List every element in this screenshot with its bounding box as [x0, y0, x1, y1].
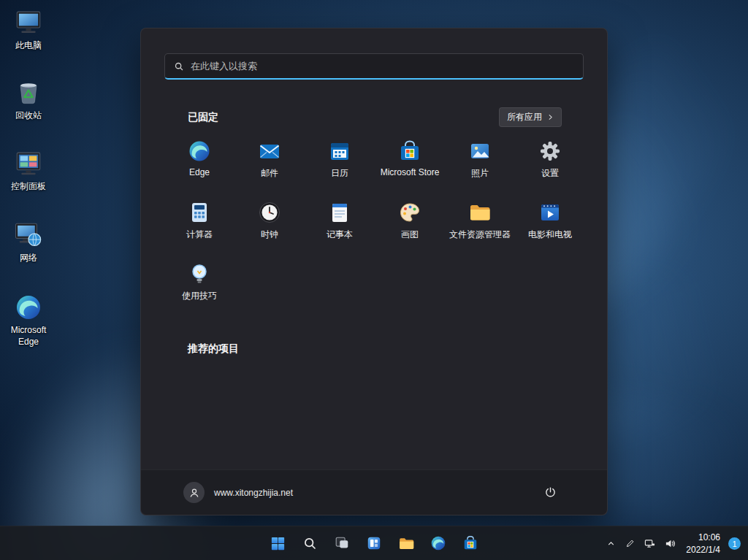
desktop-icon-recycle-bin[interactable]: 回收站	[5, 77, 52, 122]
app-tile-movies-tv[interactable]: 电影和电视	[515, 194, 585, 256]
app-label: 照片	[471, 167, 489, 180]
app-tile-calendar[interactable]: 日历	[305, 133, 375, 194]
taskbar-center-icons	[263, 529, 485, 558]
desktop-icon-label: 回收站	[15, 110, 42, 122]
chevron-right-icon	[547, 114, 554, 120]
calculator-icon	[188, 200, 211, 225]
app-tile-photos[interactable]: 照片	[445, 133, 515, 194]
microsoft-store-icon	[462, 535, 478, 551]
app-label: 使用技巧	[182, 290, 217, 302]
pinned-apps-grid: Edge 邮件 日历 Microsoft Store 照片	[141, 133, 607, 317]
clock[interactable]: 10:06 2022/1/4	[681, 532, 725, 555]
app-label: 记事本	[327, 229, 353, 241]
app-label: 计算器	[186, 229, 213, 241]
app-tile-notepad[interactable]: 记事本	[305, 194, 375, 256]
lightbulb-icon	[188, 261, 211, 286]
control-panel-icon	[13, 148, 44, 179]
microsoft-store-button[interactable]	[456, 529, 485, 558]
app-label: 邮件	[261, 167, 278, 180]
desktop-icon-label: 此电脑	[15, 40, 42, 52]
network-tray-button[interactable]	[640, 529, 660, 559]
app-tile-settings[interactable]: 设置	[515, 133, 585, 194]
app-tile-file-explorer[interactable]: 文件资源管理器	[445, 194, 515, 256]
edge-icon	[188, 139, 211, 164]
power-icon	[544, 486, 557, 499]
ime-pen-button[interactable]	[621, 529, 639, 559]
photos-icon	[468, 139, 492, 164]
this-pc-icon	[13, 7, 44, 38]
start-search-box[interactable]	[164, 53, 584, 80]
clock-date: 2022/1/4	[686, 544, 720, 556]
desktop-icon-this-pc[interactable]: 此电脑	[5, 7, 52, 52]
volume-button[interactable]	[660, 529, 680, 559]
taskbar: 10:06 2022/1/4 1	[0, 526, 748, 560]
tray-overflow-button[interactable]	[602, 529, 620, 559]
notification-badge[interactable]: 1	[728, 537, 741, 550]
pinned-header: 已固定	[188, 111, 218, 124]
start-menu: 已固定 所有应用 Edge 邮件 日历	[140, 28, 608, 515]
search-icon	[302, 536, 318, 551]
folder-icon	[398, 535, 415, 552]
clock-time: 10:06	[686, 532, 720, 543]
network-icon	[13, 220, 44, 250]
system-tray: 10:06 2022/1/4 1	[602, 526, 744, 560]
settings-gear-icon	[538, 139, 562, 164]
mail-icon	[258, 139, 281, 164]
windows-logo-icon	[270, 535, 286, 552]
movies-tv-icon	[538, 200, 562, 225]
edge-icon	[430, 535, 446, 551]
task-view-icon	[334, 535, 350, 551]
paint-palette-icon	[398, 200, 421, 225]
start-button[interactable]	[263, 529, 292, 558]
app-tile-edge[interactable]: Edge	[164, 133, 234, 194]
app-label: 时钟	[261, 229, 278, 241]
desktop-icon-label: 控制面板	[11, 181, 46, 193]
calendar-icon	[328, 139, 351, 164]
notepad-icon	[328, 200, 351, 225]
start-menu-footer: www.xitongzhijia.net	[141, 469, 607, 515]
task-view-button[interactable]	[327, 529, 356, 558]
app-label: 日历	[331, 167, 348, 180]
desktop-icon-edge[interactable]: Microsoft Edge	[5, 292, 52, 348]
clock-icon	[258, 200, 281, 225]
app-label: Microsoft Store	[381, 167, 440, 177]
edge-icon	[15, 292, 42, 323]
app-tile-paint[interactable]: 画图	[375, 194, 445, 256]
search-input[interactable]	[191, 61, 574, 72]
chevron-up-icon	[606, 539, 616, 548]
app-tile-calculator[interactable]: 计算器	[164, 194, 234, 256]
recycle-bin-icon	[13, 77, 44, 108]
speaker-icon	[665, 538, 676, 549]
taskbar-search-button[interactable]	[295, 529, 324, 558]
file-explorer-button[interactable]	[392, 529, 421, 558]
app-label: Edge	[189, 167, 210, 177]
app-label: 画图	[401, 229, 419, 241]
network-icon	[644, 538, 655, 549]
edge-button[interactable]	[424, 529, 453, 558]
recommended-header: 推荐的项目	[188, 342, 239, 354]
app-tile-mail[interactable]: 邮件	[234, 133, 305, 194]
app-tile-clock[interactable]: 时钟	[234, 194, 305, 256]
power-button[interactable]	[535, 478, 565, 507]
app-tile-microsoft-store[interactable]: Microsoft Store	[375, 133, 445, 194]
search-icon	[174, 61, 184, 72]
folder-icon	[468, 200, 492, 225]
desktop-icon-control-panel[interactable]: 控制面板	[5, 148, 52, 193]
user-name-label: www.xitongzhijia.net	[214, 488, 293, 498]
user-profile-button[interactable]: www.xitongzhijia.net	[183, 482, 293, 503]
desktop-icon-label: 网络	[20, 253, 37, 264]
app-tile-tips[interactable]: 使用技巧	[164, 256, 234, 317]
all-apps-button[interactable]: 所有应用	[499, 107, 562, 127]
all-apps-label: 所有应用	[507, 111, 542, 123]
app-label: 电影和电视	[528, 229, 572, 241]
desktop-icon-network[interactable]: 网络	[5, 220, 52, 264]
desktop-icon-label: Microsoft Edge	[5, 325, 52, 348]
widgets-icon	[366, 535, 382, 551]
app-label: 设置	[541, 167, 559, 180]
microsoft-store-icon	[398, 139, 421, 164]
user-avatar-icon	[183, 482, 205, 503]
app-label: 文件资源管理器	[449, 229, 511, 241]
widgets-button[interactable]	[359, 529, 389, 558]
pen-icon	[625, 539, 635, 548]
